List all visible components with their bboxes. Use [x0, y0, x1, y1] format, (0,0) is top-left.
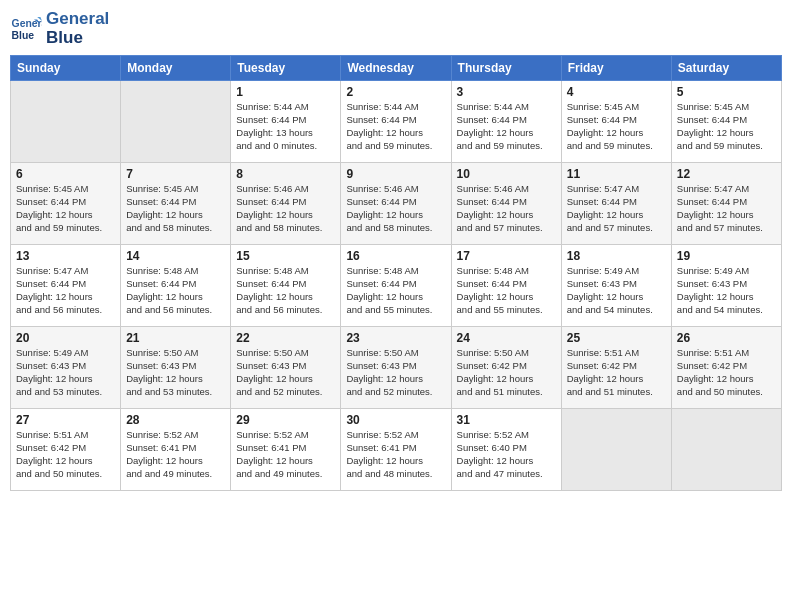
svg-text:Blue: Blue [12, 29, 35, 40]
day-info: Sunrise: 5:52 AMSunset: 6:40 PMDaylight:… [457, 429, 556, 480]
day-number: 29 [236, 413, 335, 427]
weekday-tuesday: Tuesday [231, 56, 341, 81]
day-number: 31 [457, 413, 556, 427]
day-cell: 4Sunrise: 5:45 AMSunset: 6:44 PMDaylight… [561, 81, 671, 163]
day-number: 16 [346, 249, 445, 263]
day-cell [561, 409, 671, 491]
day-number: 6 [16, 167, 115, 181]
weekday-saturday: Saturday [671, 56, 781, 81]
logo: General Blue General Blue [10, 10, 109, 47]
day-cell [11, 81, 121, 163]
day-number: 24 [457, 331, 556, 345]
day-cell: 25Sunrise: 5:51 AMSunset: 6:42 PMDayligh… [561, 327, 671, 409]
day-number: 4 [567, 85, 666, 99]
day-cell: 20Sunrise: 5:49 AMSunset: 6:43 PMDayligh… [11, 327, 121, 409]
day-info: Sunrise: 5:50 AMSunset: 6:43 PMDaylight:… [126, 347, 225, 398]
week-row-3: 13Sunrise: 5:47 AMSunset: 6:44 PMDayligh… [11, 245, 782, 327]
day-cell: 10Sunrise: 5:46 AMSunset: 6:44 PMDayligh… [451, 163, 561, 245]
weekday-header-row: SundayMondayTuesdayWednesdayThursdayFrid… [11, 56, 782, 81]
day-number: 9 [346, 167, 445, 181]
day-cell: 9Sunrise: 5:46 AMSunset: 6:44 PMDaylight… [341, 163, 451, 245]
header: General Blue General Blue [10, 10, 782, 47]
day-cell: 2Sunrise: 5:44 AMSunset: 6:44 PMDaylight… [341, 81, 451, 163]
day-cell: 22Sunrise: 5:50 AMSunset: 6:43 PMDayligh… [231, 327, 341, 409]
day-cell: 13Sunrise: 5:47 AMSunset: 6:44 PMDayligh… [11, 245, 121, 327]
day-number: 22 [236, 331, 335, 345]
day-info: Sunrise: 5:51 AMSunset: 6:42 PMDaylight:… [567, 347, 666, 398]
day-cell: 6Sunrise: 5:45 AMSunset: 6:44 PMDaylight… [11, 163, 121, 245]
day-info: Sunrise: 5:51 AMSunset: 6:42 PMDaylight:… [16, 429, 115, 480]
day-info: Sunrise: 5:48 AMSunset: 6:44 PMDaylight:… [346, 265, 445, 316]
day-cell: 24Sunrise: 5:50 AMSunset: 6:42 PMDayligh… [451, 327, 561, 409]
week-row-1: 1Sunrise: 5:44 AMSunset: 6:44 PMDaylight… [11, 81, 782, 163]
day-cell: 15Sunrise: 5:48 AMSunset: 6:44 PMDayligh… [231, 245, 341, 327]
day-number: 8 [236, 167, 335, 181]
day-cell: 3Sunrise: 5:44 AMSunset: 6:44 PMDaylight… [451, 81, 561, 163]
day-info: Sunrise: 5:49 AMSunset: 6:43 PMDaylight:… [567, 265, 666, 316]
day-info: Sunrise: 5:45 AMSunset: 6:44 PMDaylight:… [567, 101, 666, 152]
day-info: Sunrise: 5:45 AMSunset: 6:44 PMDaylight:… [677, 101, 776, 152]
logo-icon: General Blue [10, 13, 42, 45]
day-number: 12 [677, 167, 776, 181]
day-number: 13 [16, 249, 115, 263]
weekday-wednesday: Wednesday [341, 56, 451, 81]
day-number: 25 [567, 331, 666, 345]
day-cell: 27Sunrise: 5:51 AMSunset: 6:42 PMDayligh… [11, 409, 121, 491]
day-info: Sunrise: 5:48 AMSunset: 6:44 PMDaylight:… [236, 265, 335, 316]
day-info: Sunrise: 5:44 AMSunset: 6:44 PMDaylight:… [346, 101, 445, 152]
day-cell: 23Sunrise: 5:50 AMSunset: 6:43 PMDayligh… [341, 327, 451, 409]
day-info: Sunrise: 5:45 AMSunset: 6:44 PMDaylight:… [126, 183, 225, 234]
day-number: 30 [346, 413, 445, 427]
day-number: 5 [677, 85, 776, 99]
day-cell: 18Sunrise: 5:49 AMSunset: 6:43 PMDayligh… [561, 245, 671, 327]
day-info: Sunrise: 5:50 AMSunset: 6:43 PMDaylight:… [236, 347, 335, 398]
day-number: 21 [126, 331, 225, 345]
day-info: Sunrise: 5:46 AMSunset: 6:44 PMDaylight:… [236, 183, 335, 234]
day-number: 14 [126, 249, 225, 263]
day-cell: 12Sunrise: 5:47 AMSunset: 6:44 PMDayligh… [671, 163, 781, 245]
day-info: Sunrise: 5:48 AMSunset: 6:44 PMDaylight:… [126, 265, 225, 316]
day-number: 15 [236, 249, 335, 263]
day-cell: 5Sunrise: 5:45 AMSunset: 6:44 PMDaylight… [671, 81, 781, 163]
day-number: 3 [457, 85, 556, 99]
day-cell: 21Sunrise: 5:50 AMSunset: 6:43 PMDayligh… [121, 327, 231, 409]
day-info: Sunrise: 5:52 AMSunset: 6:41 PMDaylight:… [236, 429, 335, 480]
day-info: Sunrise: 5:51 AMSunset: 6:42 PMDaylight:… [677, 347, 776, 398]
day-cell: 17Sunrise: 5:48 AMSunset: 6:44 PMDayligh… [451, 245, 561, 327]
weekday-monday: Monday [121, 56, 231, 81]
day-number: 28 [126, 413, 225, 427]
day-number: 7 [126, 167, 225, 181]
day-info: Sunrise: 5:49 AMSunset: 6:43 PMDaylight:… [16, 347, 115, 398]
day-info: Sunrise: 5:50 AMSunset: 6:43 PMDaylight:… [346, 347, 445, 398]
day-info: Sunrise: 5:49 AMSunset: 6:43 PMDaylight:… [677, 265, 776, 316]
day-cell: 19Sunrise: 5:49 AMSunset: 6:43 PMDayligh… [671, 245, 781, 327]
day-number: 18 [567, 249, 666, 263]
day-cell: 29Sunrise: 5:52 AMSunset: 6:41 PMDayligh… [231, 409, 341, 491]
day-info: Sunrise: 5:47 AMSunset: 6:44 PMDaylight:… [567, 183, 666, 234]
day-number: 11 [567, 167, 666, 181]
day-info: Sunrise: 5:52 AMSunset: 6:41 PMDaylight:… [126, 429, 225, 480]
day-cell: 30Sunrise: 5:52 AMSunset: 6:41 PMDayligh… [341, 409, 451, 491]
week-row-5: 27Sunrise: 5:51 AMSunset: 6:42 PMDayligh… [11, 409, 782, 491]
day-info: Sunrise: 5:47 AMSunset: 6:44 PMDaylight:… [677, 183, 776, 234]
day-info: Sunrise: 5:44 AMSunset: 6:44 PMDaylight:… [236, 101, 335, 152]
weekday-thursday: Thursday [451, 56, 561, 81]
calendar-table: SundayMondayTuesdayWednesdayThursdayFrid… [10, 55, 782, 491]
day-number: 26 [677, 331, 776, 345]
logo-general: General [46, 10, 109, 29]
week-row-2: 6Sunrise: 5:45 AMSunset: 6:44 PMDaylight… [11, 163, 782, 245]
day-cell: 28Sunrise: 5:52 AMSunset: 6:41 PMDayligh… [121, 409, 231, 491]
day-cell: 1Sunrise: 5:44 AMSunset: 6:44 PMDaylight… [231, 81, 341, 163]
day-cell: 8Sunrise: 5:46 AMSunset: 6:44 PMDaylight… [231, 163, 341, 245]
logo-blue: Blue [46, 29, 109, 48]
day-info: Sunrise: 5:48 AMSunset: 6:44 PMDaylight:… [457, 265, 556, 316]
day-number: 2 [346, 85, 445, 99]
day-number: 27 [16, 413, 115, 427]
week-row-4: 20Sunrise: 5:49 AMSunset: 6:43 PMDayligh… [11, 327, 782, 409]
day-cell: 31Sunrise: 5:52 AMSunset: 6:40 PMDayligh… [451, 409, 561, 491]
day-number: 23 [346, 331, 445, 345]
day-cell [121, 81, 231, 163]
weekday-sunday: Sunday [11, 56, 121, 81]
day-info: Sunrise: 5:46 AMSunset: 6:44 PMDaylight:… [457, 183, 556, 234]
day-cell: 16Sunrise: 5:48 AMSunset: 6:44 PMDayligh… [341, 245, 451, 327]
